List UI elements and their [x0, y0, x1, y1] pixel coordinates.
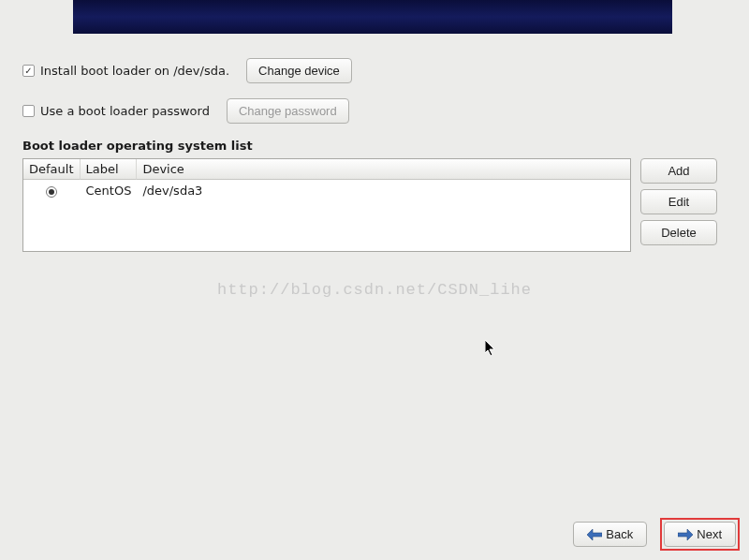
- next-highlight-frame: Next: [660, 518, 740, 551]
- row-label: CentOS: [81, 180, 138, 251]
- add-button[interactable]: Add: [640, 158, 717, 184]
- col-label[interactable]: Label: [81, 159, 138, 180]
- install-boot-loader-label: Install boot loader on /dev/sda.: [40, 64, 229, 78]
- next-button[interactable]: Next: [664, 522, 736, 547]
- os-table: Default Label Device CentOS /dev/sda3: [22, 158, 631, 252]
- header-banner: [73, 0, 672, 34]
- os-list-title: Boot loader operating system list: [22, 139, 727, 153]
- watermark-text: http://blog.csdn.net/CSDN_lihe: [0, 281, 749, 299]
- use-password-row: Use a boot loader password Change passwo…: [22, 98, 727, 124]
- row-device: /dev/sda3: [137, 180, 630, 251]
- next-button-label: Next: [697, 527, 722, 541]
- install-boot-loader-row: ✓ Install boot loader on /dev/sda. Chang…: [22, 58, 727, 83]
- table-row[interactable]: CentOS /dev/sda3: [23, 180, 630, 251]
- change-device-button[interactable]: Change device: [246, 58, 352, 83]
- col-device[interactable]: Device: [137, 159, 630, 180]
- arrow-right-icon: [678, 529, 693, 540]
- use-password-label: Use a boot loader password: [40, 104, 210, 118]
- mouse-cursor-icon: [485, 340, 498, 359]
- delete-button[interactable]: Delete: [640, 220, 717, 245]
- side-buttons: Add Edit Delete: [640, 158, 717, 245]
- arrow-left-icon: [587, 529, 602, 540]
- default-radio[interactable]: [46, 186, 57, 198]
- change-password-button: Change password: [227, 98, 349, 124]
- use-password-checkbox[interactable]: [22, 105, 35, 117]
- install-boot-loader-checkbox[interactable]: ✓: [22, 65, 35, 77]
- footer-nav: Back Next: [573, 518, 740, 551]
- content-area: ✓ Install boot loader on /dev/sda. Chang…: [22, 58, 727, 252]
- back-button[interactable]: Back: [573, 522, 647, 547]
- table-header-row: Default Label Device: [23, 159, 630, 180]
- back-button-label: Back: [606, 527, 633, 541]
- edit-button[interactable]: Edit: [640, 189, 717, 214]
- col-default[interactable]: Default: [23, 159, 81, 180]
- table-area: Default Label Device CentOS /dev/sda3 Ad…: [22, 158, 727, 252]
